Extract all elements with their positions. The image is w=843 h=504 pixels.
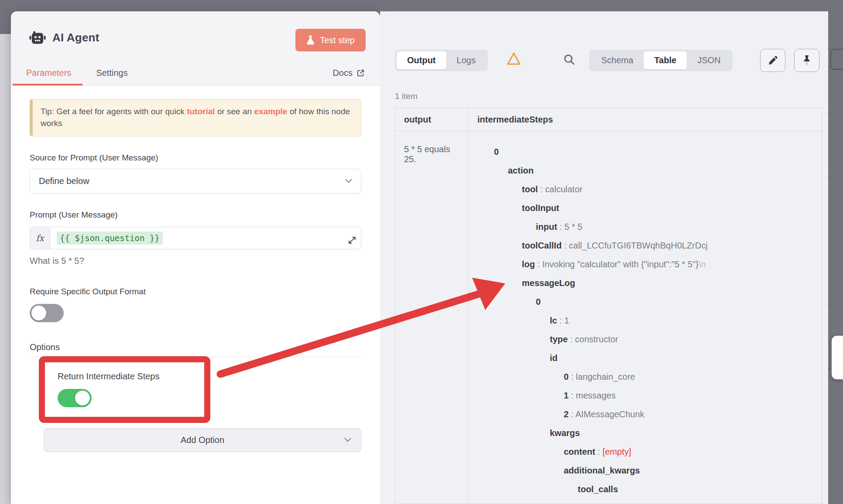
tip-text: Tip: Get a feel for agents with our quic…	[41, 107, 187, 116]
tree-cell: 0actiontool : calculatortoolInputinput :…	[469, 131, 822, 504]
tree-value: constructor	[575, 334, 618, 344]
docs-label: Docs	[332, 68, 353, 78]
tab-settings[interactable]: Settings	[96, 68, 127, 85]
tree-row[interactable]: action	[477, 161, 822, 180]
column-header-intermediate-steps: intermediateSteps	[469, 108, 822, 131]
tree-separator: :	[562, 241, 569, 250]
tree-row[interactable]: toolCallId : call_LCCfuTGI6TBWqhBqH0LZrD…	[477, 236, 822, 255]
tab-table[interactable]: Table	[644, 51, 687, 69]
output-cell: 5 * 5 equals 25.	[395, 131, 469, 504]
expression-value[interactable]: {{ $json.question }}	[57, 232, 163, 245]
require-output-format-toggle[interactable]	[30, 304, 64, 322]
tree-row[interactable]: lc : 1	[477, 311, 822, 330]
tutorial-link[interactable]: tutorial	[187, 107, 215, 116]
tree-value: calculator	[545, 184, 583, 194]
tree-row[interactable]: type : constructor	[477, 330, 822, 349]
source-prompt-select[interactable]: Define below	[30, 169, 361, 194]
canvas-node-outline	[830, 49, 843, 70]
tree-value: [empty]	[603, 447, 631, 456]
options-label: Options	[30, 342, 361, 352]
test-step-label: Test step	[320, 35, 355, 45]
canvas-left-panel-edge	[0, 34, 11, 504]
chevron-down-icon	[344, 438, 351, 442]
pin-data-button[interactable]	[794, 49, 819, 72]
tree-key: 1	[564, 391, 569, 400]
tree-row[interactable]: 2 : AIMessageChunk	[477, 405, 822, 424]
tab-parameters[interactable]: Parameters	[26, 68, 71, 85]
tree-key: action	[508, 166, 534, 175]
tree-value: messages	[576, 391, 616, 400]
add-option-select[interactable]: Add Option	[44, 428, 361, 452]
chevron-down-icon	[345, 179, 352, 183]
tree-row[interactable]: 1 : messages	[477, 386, 822, 405]
table-row: 5 * 5 equals 25. 0actiontool : calculato…	[395, 131, 822, 504]
test-step-button[interactable]: Test step	[295, 29, 366, 51]
tree-row[interactable]: 0	[477, 143, 822, 161]
pin-icon	[802, 55, 812, 66]
tree-separator: :	[569, 409, 576, 419]
canvas-dots	[829, 11, 830, 504]
search-icon[interactable]	[562, 53, 576, 66]
output-panel: Output Logs Schema Table JSON	[380, 11, 828, 504]
tree-separator: :	[595, 447, 603, 456]
tree-separator: :	[535, 259, 542, 269]
docs-link[interactable]: Docs	[332, 68, 365, 85]
expression-preview: What is 5 * 5?	[30, 256, 361, 266]
tree-value: 5 * 5	[565, 222, 583, 232]
tree-row[interactable]: id	[477, 349, 822, 368]
expand-expression-icon[interactable]	[347, 236, 356, 245]
tree-row[interactable]: 0	[477, 293, 822, 311]
example-link[interactable]: example	[254, 107, 287, 116]
floating-panel-edge	[832, 336, 843, 379]
column-header-output: output	[395, 108, 469, 131]
tree-row[interactable]: tool_calls	[477, 480, 822, 499]
tree-separator: :	[569, 372, 576, 381]
tree-separator: :	[568, 334, 575, 344]
prompt-expression-field[interactable]: fx {{ $json.question }}	[30, 227, 361, 249]
tree-key: toolCallId	[522, 241, 562, 250]
tree-row[interactable]: 0 : langchain_core	[477, 368, 822, 386]
tree-row[interactable]: input : 5 * 5	[477, 218, 822, 236]
tree-value: langchain_core	[576, 372, 635, 381]
tree-row[interactable]: tool : calculator	[477, 180, 822, 199]
tree-row[interactable]: kwargs	[477, 424, 822, 443]
tree-row[interactable]: content : [empty]	[477, 443, 822, 461]
node-title: AI Agent	[52, 31, 99, 44]
output-table: output intermediateSteps 5 * 5 equals 25…	[395, 108, 822, 504]
return-intermediate-steps-label: Return Intermediate Steps	[58, 371, 204, 381]
items-count: 1 item	[395, 92, 418, 101]
tree-value-suffix: \n	[699, 259, 706, 269]
tab-logs[interactable]: Logs	[446, 51, 486, 69]
tree-separator: :	[557, 222, 565, 232]
node-header: AI Agent Test step Parameters Settings D…	[11, 11, 380, 86]
tab-schema[interactable]: Schema	[591, 51, 644, 69]
tree-key: log	[522, 259, 535, 269]
toggle-knob	[31, 306, 46, 320]
parameters-body: Tip: Get a feel for agents with our quic…	[11, 99, 380, 452]
warning-icon[interactable]	[506, 51, 521, 66]
tree-row[interactable]: log : Invoking "calculator" with {"input…	[477, 255, 822, 274]
output-logs-switch: Output Logs	[395, 50, 488, 71]
flask-icon	[306, 35, 315, 45]
toggle-knob	[75, 391, 90, 405]
tip-text: or see an	[215, 107, 254, 116]
tab-json[interactable]: JSON	[687, 51, 731, 69]
tree-key: 0	[536, 297, 541, 306]
prompt-label: Prompt (User Message)	[30, 210, 361, 220]
node-settings-panel: AI Agent Test step Parameters Settings D…	[11, 11, 380, 504]
edit-output-button[interactable]	[760, 49, 785, 72]
tip-callout: Tip: Get a feel for agents with our quic…	[30, 99, 361, 136]
tree-key: 0	[564, 372, 569, 381]
tree-row[interactable]: toolInput	[477, 199, 822, 218]
tree-key: input	[536, 222, 557, 232]
return-intermediate-steps-toggle[interactable]	[58, 389, 92, 407]
tree-separator: :	[569, 391, 576, 400]
tree-row[interactable]: additional_kwargs	[477, 461, 822, 480]
tree-key: messageLog	[522, 278, 575, 288]
tab-output[interactable]: Output	[397, 51, 446, 69]
tree-separator: :	[538, 184, 545, 194]
tree-key: content	[564, 447, 595, 456]
tree-row[interactable]: messageLog	[477, 274, 822, 293]
tree-value: 1	[564, 316, 569, 325]
tree-key: 2	[564, 409, 569, 419]
